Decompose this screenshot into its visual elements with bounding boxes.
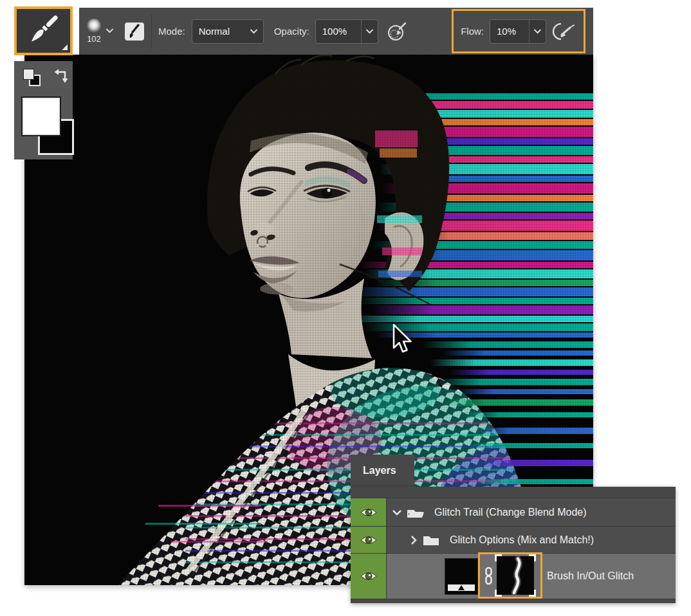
airbrush-toggle[interactable] <box>552 22 576 41</box>
mode-label: Mode: <box>158 26 185 37</box>
default-colors-button[interactable] <box>23 69 45 91</box>
visibility-toggle[interactable] <box>351 498 387 526</box>
gradient-slider-bar <box>447 584 475 592</box>
pressure-opacity-icon <box>386 21 409 42</box>
flow-value: 10% <box>490 26 529 37</box>
layer-row-glitch-trail[interactable]: Glitch Trail (Change Blend Mode) <box>351 498 676 527</box>
brush-size-value: 102 <box>87 34 101 44</box>
mask-thumbnail[interactable] <box>497 556 534 595</box>
pressure-opacity-toggle[interactable] <box>386 21 409 42</box>
layer-row-glitch-options[interactable]: Glitch Options (Mix and Match!) <box>351 527 676 554</box>
color-controls-panel <box>14 61 73 159</box>
opacity-value: 100% <box>316 26 361 37</box>
flow-label: Flow: <box>461 26 484 37</box>
mask-brush-stroke <box>497 556 534 595</box>
foreground-color-swatch[interactable] <box>21 96 61 136</box>
brush-settings-panel-toggle[interactable] <box>124 22 145 41</box>
layers-panel: Glitch Trail (Change Blend Mode) <box>351 487 676 603</box>
chevron-right-icon <box>410 535 418 545</box>
eye-icon <box>360 507 378 518</box>
chevron-down-icon <box>392 509 402 516</box>
mask-selected-bracket <box>495 554 502 561</box>
layer-name[interactable]: Brush In/Out Glitch <box>547 570 634 582</box>
brush-preset-picker[interactable]: 102 <box>87 19 114 44</box>
mask-selected-bracket <box>495 590 502 597</box>
chevron-down-icon <box>365 28 374 34</box>
chevron-down-icon <box>250 28 258 34</box>
visibility-toggle[interactable] <box>351 554 387 599</box>
layer-name[interactable]: Glitch Options (Mix and Match!) <box>450 534 594 546</box>
tool-flyout-triangle <box>62 44 68 50</box>
layers-tab-label: Layers <box>363 465 396 476</box>
layer-name[interactable]: Glitch Trail (Change Blend Mode) <box>434 507 587 518</box>
chevron-down-icon <box>106 28 114 33</box>
layers-panel-tab[interactable]: Layers <box>351 455 414 487</box>
opacity-select[interactable]: 100% <box>315 19 378 44</box>
blend-mode-value: Normal <box>192 26 250 37</box>
mask-selected-bracket <box>529 554 536 561</box>
photoshop-workspace: 102 Mode: Normal Opacity: 100% <box>0 0 691 616</box>
default-foreground-square <box>23 69 34 80</box>
layer-mask-link[interactable] <box>480 566 497 585</box>
brush-tool-button[interactable] <box>14 6 73 55</box>
brush-tip-preview <box>87 19 101 33</box>
eye-icon <box>360 570 378 582</box>
chevron-down-icon <box>533 28 542 34</box>
opacity-dropdown-button[interactable] <box>361 20 378 43</box>
brush-settings-icon <box>124 22 145 41</box>
swap-colors-icon <box>53 68 70 85</box>
options-bar: 102 Mode: Normal Opacity: 100% <box>79 8 593 55</box>
layer-row-brush-in-out-glitch[interactable]: Brush In/Out Glitch <box>351 554 676 599</box>
layers-panel-header-strip <box>351 487 676 498</box>
blend-mode-select[interactable]: Normal <box>192 19 264 44</box>
mask-highlight-frame <box>478 552 542 599</box>
folder-open-icon <box>407 506 425 519</box>
group-collapse-toggle[interactable] <box>392 509 402 516</box>
group-expand-toggle[interactable] <box>410 535 418 545</box>
link-icon <box>484 566 493 585</box>
folder-closed-icon <box>422 534 440 547</box>
airbrush-icon <box>552 22 576 41</box>
flow-control-highlight: Flow: 10% <box>452 9 585 53</box>
eye-icon <box>360 534 378 546</box>
swap-colors-button[interactable] <box>53 68 70 87</box>
flow-select[interactable]: 10% <box>490 19 546 44</box>
opacity-label: Opacity: <box>274 26 309 37</box>
flow-dropdown-button[interactable] <box>529 20 546 43</box>
toolbar-divider <box>151 14 152 49</box>
visibility-toggle[interactable] <box>351 527 387 553</box>
layer-thumbnail[interactable] <box>445 558 478 595</box>
mask-selected-bracket <box>529 590 536 597</box>
